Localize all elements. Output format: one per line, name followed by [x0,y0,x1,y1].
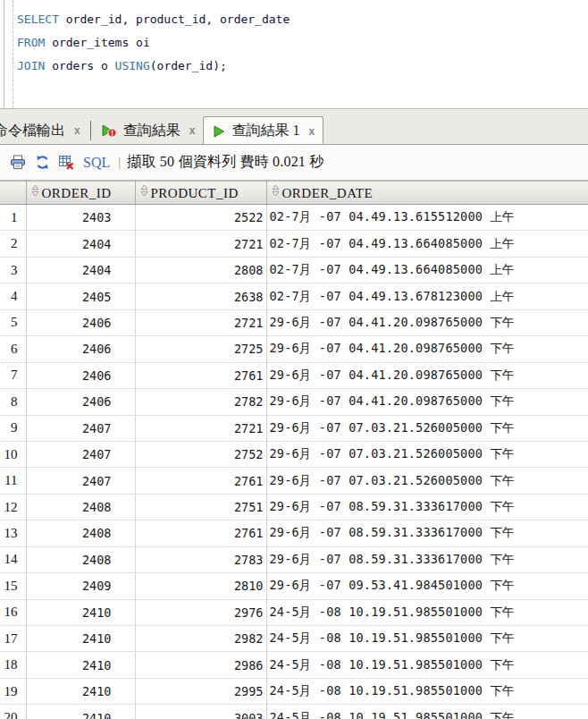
sort-icon[interactable] [272,184,280,200]
close-icon[interactable]: x [74,124,80,137]
sql-line[interactable]: SELECT order_id, product_id, order_date [17,8,290,31]
order-id-cell[interactable]: 2406 [26,309,135,335]
order-date-cell[interactable]: 24-5月 -08 10.19.51.985501000 下午 [266,599,588,625]
sort-icon[interactable] [31,184,39,200]
product-id-cell[interactable]: 2522 [135,205,266,231]
order-date-cell[interactable]: 29-6月 -07 08.59.31.333617000 下午 [266,546,588,572]
product-id-cell[interactable]: 2761 [135,362,266,388]
table-row[interactable]: 5 2406 2721 29-6月 -07 04.41.20.098765000… [0,309,588,335]
product-id-cell[interactable]: 2761 [135,468,266,494]
table-row[interactable]: 2 2404 2721 02-7月 -07 04.49.13.664085000… [0,231,588,257]
table-row[interactable]: 10 2407 2752 29-6月 -07 07.03.21.52600500… [0,441,588,467]
order-date-cell[interactable]: 29-6月 -07 09.53.41.984501000 下午 [266,573,588,599]
product-id-cell[interactable]: 2721 [135,415,266,441]
order-id-cell[interactable]: 2403 [26,205,135,231]
table-row[interactable]: 19 2410 2995 24-5月 -08 10.19.51.98550100… [0,678,588,704]
order-date-cell[interactable]: 29-6月 -07 07.03.21.526005000 下午 [266,441,588,467]
table-row[interactable]: 17 2410 2982 24-5月 -08 10.19.51.98550100… [0,626,588,652]
table-row[interactable]: 9 2407 2721 29-6月 -07 07.03.21.526005000… [0,415,588,441]
order-id-cell[interactable]: 2410 [26,678,135,704]
table-row[interactable]: 12 2408 2751 29-6月 -07 08.59.31.33361700… [0,494,588,520]
table-row[interactable]: 18 2410 2986 24-5月 -08 10.19.51.98550100… [0,652,588,678]
table-row[interactable]: 11 2407 2761 29-6月 -07 07.03.21.52600500… [0,468,588,494]
product-id-cell[interactable]: 2782 [135,389,266,415]
order-date-cell[interactable]: 02-7月 -07 04.49.13.615512000 上午 [266,205,588,231]
table-row[interactable]: 20 2410 3003 24-5月 -08 10.19.51.98550100… [0,705,588,719]
order-date-cell[interactable]: 02-7月 -07 04.49.13.664085000 上午 [266,257,588,283]
order-id-cell[interactable]: 2408 [26,494,135,520]
column-header-order-id[interactable]: ORDER_ID [26,182,135,205]
fetch-delete-icon[interactable] [55,152,77,173]
order-id-cell[interactable]: 2408 [26,520,135,546]
order-date-cell[interactable]: 29-6月 -07 04.41.20.098765000 下午 [266,336,588,362]
table-row[interactable]: 7 2406 2761 29-6月 -07 04.41.20.098765000… [0,362,588,388]
product-id-cell[interactable]: 2721 [135,309,266,335]
close-icon[interactable]: x [189,124,196,137]
order-date-cell[interactable]: 24-5月 -08 10.19.51.985501000 下午 [266,705,588,719]
product-id-cell[interactable]: 2995 [135,678,266,704]
table-row[interactable]: 16 2410 2976 24-5月 -08 10.19.51.98550100… [0,599,588,625]
product-id-cell[interactable]: 2982 [135,626,266,652]
order-id-cell[interactable]: 2408 [26,546,135,572]
order-id-cell[interactable]: 2404 [26,231,135,257]
column-header-order-date[interactable]: ORDER_DATE [266,182,588,205]
order-date-cell[interactable]: 29-6月 -07 08.59.31.333617000 下午 [266,494,588,520]
sql-worksheet[interactable]: SELECT order_id, product_id, order_date … [0,0,588,109]
table-row[interactable]: 3 2404 2808 02-7月 -07 04.49.13.664085000… [0,257,588,283]
order-date-cell[interactable]: 29-6月 -07 04.41.20.098765000 下午 [266,309,588,335]
order-id-cell[interactable]: 2407 [26,468,135,494]
order-date-cell[interactable]: 02-7月 -07 04.49.13.664085000 上午 [266,231,588,257]
product-id-cell[interactable]: 3003 [135,705,266,719]
product-id-cell[interactable]: 2752 [135,441,266,467]
product-id-cell[interactable]: 2986 [135,652,266,678]
sort-icon[interactable] [140,184,148,200]
product-id-cell[interactable]: 2976 [135,599,266,625]
tab-script-output[interactable]: 命令檔輸出 x [0,117,88,144]
order-id-cell[interactable]: 2407 [26,415,135,441]
product-id-cell[interactable]: 2725 [135,336,266,362]
column-header-product-id[interactable]: PRODUCT_ID [135,182,266,205]
sql-button[interactable]: SQL [83,155,110,171]
product-id-cell[interactable]: 2721 [135,231,266,257]
order-id-cell[interactable]: 2410 [26,705,135,719]
order-date-cell[interactable]: 29-6月 -07 04.41.20.098765000 下午 [266,389,588,415]
product-id-cell[interactable]: 2638 [135,283,266,309]
order-date-cell[interactable]: 29-6月 -07 08.59.31.333617000 下午 [266,520,588,546]
product-id-cell[interactable]: 2783 [135,546,266,572]
order-id-cell[interactable]: 2409 [26,573,135,599]
order-id-cell[interactable]: 2410 [26,626,135,652]
product-id-cell[interactable]: 2751 [135,494,266,520]
order-date-cell[interactable]: 29-6月 -07 04.41.20.098765000 下午 [266,362,588,388]
order-id-cell[interactable]: 2410 [26,652,135,678]
order-date-cell[interactable]: 24-5月 -08 10.19.51.985501000 下午 [266,626,588,652]
tab-query-result-1[interactable]: 查詢結果 1 x [203,116,323,145]
table-row[interactable]: 1 2403 2522 02-7月 -07 04.49.13.615512000… [0,205,588,231]
order-date-cell[interactable]: 29-6月 -07 07.03.21.526005000 下午 [266,415,588,441]
product-id-cell[interactable]: 2761 [135,520,266,546]
refresh-icon[interactable] [31,152,53,173]
sql-line[interactable]: FROM order_items oi [17,31,290,55]
product-id-cell[interactable]: 2808 [135,257,266,283]
order-id-cell[interactable]: 2407 [26,441,135,467]
table-row[interactable]: 4 2405 2638 02-7月 -07 04.49.13.678123000… [0,283,588,309]
order-date-cell[interactable]: 29-6月 -07 07.03.21.526005000 下午 [266,468,588,494]
table-row[interactable]: 14 2408 2783 29-6月 -07 08.59.31.33361700… [0,546,588,572]
print-icon[interactable] [7,152,29,173]
table-row[interactable]: 8 2406 2782 29-6月 -07 04.41.20.098765000… [0,389,588,415]
order-id-cell[interactable]: 2405 [26,283,135,309]
order-id-cell[interactable]: 2406 [26,362,135,388]
product-id-cell[interactable]: 2810 [135,573,266,599]
sql-line[interactable]: JOIN orders o USING(order_id); [17,55,290,78]
tab-query-result[interactable]: 查詢結果 x [93,117,204,144]
table-row[interactable]: 13 2408 2761 29-6月 -07 08.59.31.33361700… [0,520,588,546]
table-row[interactable]: 6 2406 2725 29-6月 -07 04.41.20.098765000… [0,336,588,362]
order-id-cell[interactable]: 2406 [26,389,135,415]
order-date-cell[interactable]: 02-7月 -07 04.49.13.678123000 上午 [266,283,588,309]
order-date-cell[interactable]: 24-5月 -08 10.19.51.985501000 下午 [266,652,588,678]
order-id-cell[interactable]: 2406 [26,336,135,362]
sql-code[interactable]: SELECT order_id, product_id, order_date … [17,8,290,78]
order-date-cell[interactable]: 24-5月 -08 10.19.51.985501000 下午 [266,678,588,704]
close-icon[interactable]: x [308,125,315,138]
order-id-cell[interactable]: 2404 [26,257,135,283]
order-id-cell[interactable]: 2410 [26,599,135,625]
